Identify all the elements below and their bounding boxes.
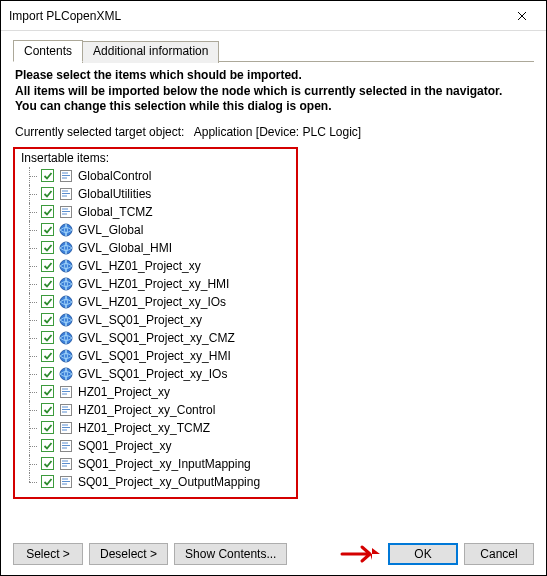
checkbox-icon[interactable] [41, 457, 54, 470]
checkbox-icon[interactable] [41, 241, 54, 254]
tree-item[interactable]: Global_TCMZ [21, 203, 290, 221]
checkbox-icon[interactable] [41, 259, 54, 272]
tab-additional-info[interactable]: Additional information [82, 41, 219, 63]
tree-item[interactable]: GVL_HZ01_Project_xy_IOs [21, 293, 290, 311]
document-icon [58, 474, 74, 490]
globe-icon [58, 348, 74, 364]
checkbox-icon[interactable] [41, 475, 54, 488]
checkbox-icon[interactable] [41, 313, 54, 326]
cancel-button[interactable]: Cancel [464, 543, 534, 565]
tree-line-icon [21, 257, 39, 275]
tree-item-label: GlobalControl [78, 169, 151, 183]
select-button[interactable]: Select > [13, 543, 83, 565]
tree-item-label: GVL_SQ01_Project_xy_CMZ [78, 331, 235, 345]
checkbox-icon[interactable] [41, 367, 54, 380]
globe-icon [58, 312, 74, 328]
tree-item[interactable]: GVL_Global [21, 221, 290, 239]
checkbox-icon[interactable] [41, 205, 54, 218]
checkbox-icon[interactable] [41, 223, 54, 236]
tree-line-icon [21, 383, 39, 401]
titlebar[interactable]: Import PLCopenXML [1, 1, 546, 31]
tree-line-icon [21, 239, 39, 257]
tree-item-label: GlobalUtilities [78, 187, 151, 201]
svg-point-16 [60, 296, 72, 308]
tree-item[interactable]: GVL_SQ01_Project_xy_IOs [21, 365, 290, 383]
items-tree[interactable]: GlobalControlGlobalUtilitiesGlobal_TCMZG… [21, 167, 290, 491]
insertable-items-label: Insertable items: [21, 151, 290, 165]
checkbox-icon[interactable] [41, 439, 54, 452]
tree-item[interactable]: HZ01_Project_xy [21, 383, 290, 401]
checkbox-icon[interactable] [41, 403, 54, 416]
tree-item-label: SQ01_Project_xy [78, 439, 171, 453]
show-contents-button[interactable]: Show Contents... [174, 543, 287, 565]
tree-line-icon [21, 365, 39, 383]
tree-item[interactable]: GVL_SQ01_Project_xy_HMI [21, 347, 290, 365]
tree-item[interactable]: SQ01_Project_xy_InputMapping [21, 455, 290, 473]
insertable-items-panel: Insertable items: GlobalControlGlobalUti… [13, 147, 298, 499]
instruction-line-2: All items will be imported below the nod… [15, 84, 502, 98]
tree-item[interactable]: GVL_HZ01_Project_xy [21, 257, 290, 275]
tree-line-icon [21, 185, 39, 203]
deselect-button[interactable]: Deselect > [89, 543, 168, 565]
tree-item[interactable]: GlobalControl [21, 167, 290, 185]
tree-item-label: GVL_HZ01_Project_xy_IOs [78, 295, 226, 309]
tab-contents[interactable]: Contents [13, 40, 83, 62]
tree-line-icon [21, 473, 39, 491]
button-bar: Select > Deselect > Show Contents... OK … [13, 543, 534, 565]
document-icon [58, 168, 74, 184]
arrow-annotation-icon [340, 544, 382, 564]
checkbox-icon[interactable] [41, 331, 54, 344]
tree-line-icon [21, 455, 39, 473]
globe-icon [58, 276, 74, 292]
checkbox-icon[interactable] [41, 349, 54, 362]
ok-button[interactable]: OK [388, 543, 458, 565]
checkbox-icon[interactable] [41, 295, 54, 308]
instructions: Please select the items which should be … [15, 68, 534, 115]
target-object-line: Currently selected target object: Applic… [15, 125, 534, 139]
document-icon [58, 186, 74, 202]
checkbox-icon[interactable] [41, 169, 54, 182]
tree-item[interactable]: HZ01_Project_xy_TCMZ [21, 419, 290, 437]
checkbox-icon[interactable] [41, 277, 54, 290]
svg-point-20 [60, 368, 72, 380]
tree-item-label: GVL_SQ01_Project_xy_IOs [78, 367, 227, 381]
close-icon[interactable] [499, 2, 544, 30]
document-icon [58, 420, 74, 436]
checkbox-icon[interactable] [41, 385, 54, 398]
tree-line-icon [21, 311, 39, 329]
tree-item[interactable]: SQ01_Project_xy [21, 437, 290, 455]
tree-item-label: GVL_Global_HMI [78, 241, 172, 255]
tree-line-icon [21, 275, 39, 293]
tree-item[interactable]: GVL_SQ01_Project_xy [21, 311, 290, 329]
tree-line-icon [21, 203, 39, 221]
globe-icon [58, 240, 74, 256]
tree-item-label: Global_TCMZ [78, 205, 153, 219]
globe-icon [58, 258, 74, 274]
checkbox-icon[interactable] [41, 187, 54, 200]
globe-icon [58, 366, 74, 382]
tree-item[interactable]: GlobalUtilities [21, 185, 290, 203]
instruction-line-1: Please select the items which should be … [15, 68, 302, 82]
tree-item-label: HZ01_Project_xy_TCMZ [78, 421, 210, 435]
svg-point-19 [60, 350, 72, 362]
tree-item-label: GVL_SQ01_Project_xy [78, 313, 202, 327]
globe-icon [58, 330, 74, 346]
tree-line-icon [21, 293, 39, 311]
tree-item-label: HZ01_Project_xy_Control [78, 403, 215, 417]
tree-item[interactable]: SQ01_Project_xy_OutputMapping [21, 473, 290, 491]
tree-item[interactable]: GVL_HZ01_Project_xy_HMI [21, 275, 290, 293]
document-icon [58, 384, 74, 400]
tree-item[interactable]: GVL_SQ01_Project_xy_CMZ [21, 329, 290, 347]
globe-icon [58, 222, 74, 238]
document-icon [58, 456, 74, 472]
tree-line-icon [21, 329, 39, 347]
window-title: Import PLCopenXML [9, 9, 499, 23]
tabstrip: Contents Additional information [13, 39, 534, 62]
svg-point-13 [60, 242, 72, 254]
svg-point-12 [60, 224, 72, 236]
instruction-line-3: You can change this selection while this… [15, 99, 332, 113]
checkbox-icon[interactable] [41, 421, 54, 434]
tree-item[interactable]: GVL_Global_HMI [21, 239, 290, 257]
tree-item[interactable]: HZ01_Project_xy_Control [21, 401, 290, 419]
tree-line-icon [21, 347, 39, 365]
